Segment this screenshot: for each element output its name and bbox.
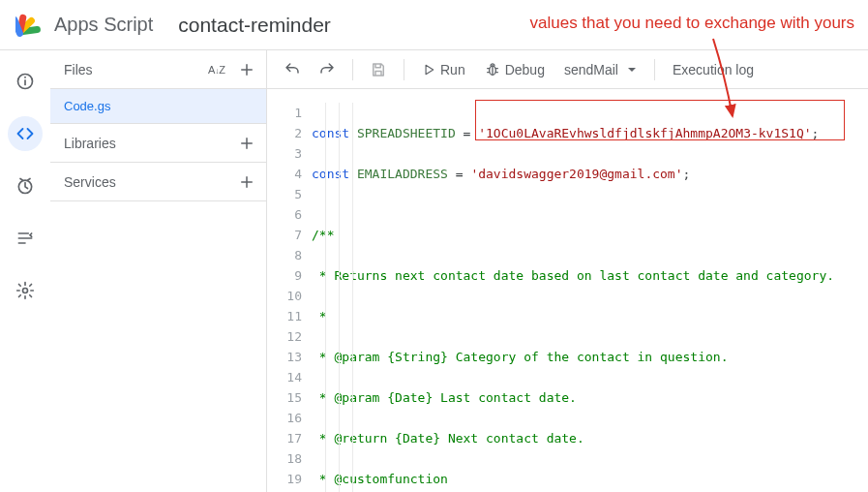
function-select[interactable]: sendMail [556,54,644,85]
apps-script-logo-icon [15,10,46,41]
debug-label: Debug [505,62,545,77]
code-content[interactable]: const SPREADSHEETID = '1OCu0LAvaREvhwsld… [312,103,868,492]
settings-nav[interactable] [8,273,43,308]
triggers-nav[interactable] [8,169,43,203]
run-button[interactable]: Run [414,54,473,85]
files-header: Files A↓Z [50,50,266,89]
line-gutter: 12345678910111213141516171819 [267,103,312,492]
overview-nav[interactable] [8,64,43,99]
editor-panel: Run Debug sendMail Execution log 1234567… [267,50,868,492]
toolbar-separator [404,59,404,80]
editor-nav[interactable] [8,116,43,151]
sort-button[interactable]: A↓Z [208,64,225,76]
add-library-button[interactable] [235,132,258,155]
undo-button[interactable] [277,54,308,85]
app-label: Apps Script [54,14,153,36]
services-label: Services [64,174,235,190]
project-title[interactable]: contact-reminder [178,14,331,37]
add-service-button[interactable] [235,170,258,194]
redo-button[interactable] [312,54,343,85]
editor-toolbar: Run Debug sendMail Execution log [267,50,868,89]
files-panel: Files A↓Z Code.gs Libraries Services [50,50,267,492]
libraries-section: Libraries [50,124,266,163]
debug-button[interactable]: Debug [477,54,553,85]
file-item[interactable]: Code.gs [50,89,266,124]
debug-icon [485,62,500,77]
execlog-label: Execution log [673,62,754,77]
chevron-down-icon [627,65,637,75]
svg-point-8 [23,289,28,293]
toolbar-separator [352,59,353,80]
annotation-text: values that you need to exchange with yo… [530,14,855,33]
toolbar-separator [654,59,655,80]
play-icon [422,63,435,77]
libraries-label: Libraries [64,136,235,151]
app-header: Apps Script contact-reminder values that… [0,0,868,50]
save-button[interactable] [363,54,394,85]
svg-rect-6 [24,77,26,78]
executions-nav[interactable] [8,221,43,256]
add-file-button[interactable] [235,58,258,81]
run-label: Run [440,62,465,77]
files-label: Files [64,62,208,77]
left-rail [0,50,50,492]
code-editor[interactable]: 12345678910111213141516171819 const SPRE… [267,89,868,492]
function-name: sendMail [564,62,618,77]
execution-log-button[interactable]: Execution log [665,54,762,85]
services-section: Services [50,163,266,201]
svg-rect-5 [24,79,26,85]
